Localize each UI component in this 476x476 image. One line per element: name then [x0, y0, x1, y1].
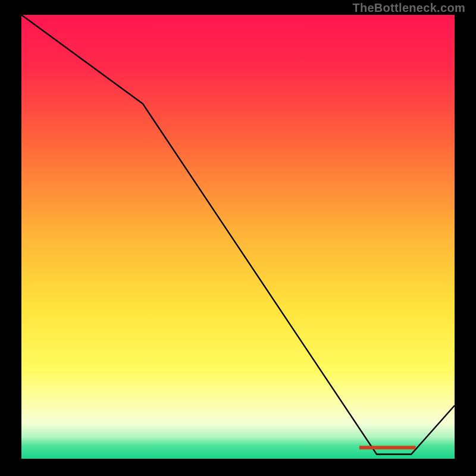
attribution-text: TheBottleneck.com [352, 1, 465, 15]
chart-container: TheBottleneck.com [0, 0, 476, 476]
gradient-background [21, 15, 455, 459]
optimal-range-marker [359, 446, 416, 449]
bottleneck-chart [18, 15, 458, 462]
